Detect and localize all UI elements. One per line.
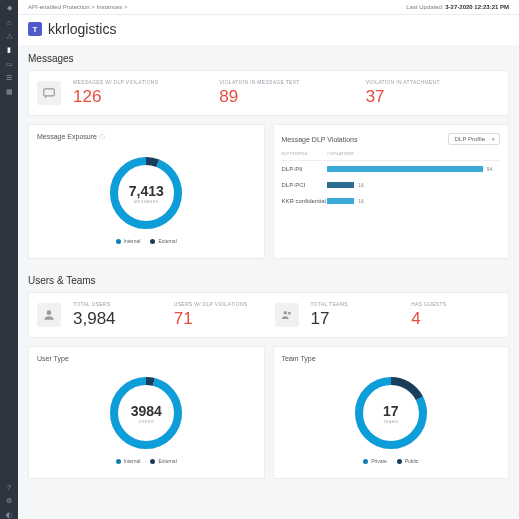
breadcrumb[interactable]: API-enabled Protection > Instances > xyxy=(28,4,127,10)
dlp-profile-dropdown[interactable]: DLP Profile xyxy=(448,133,500,145)
users-teams-title: Users & Teams xyxy=(28,275,509,286)
stat-violation-attachment: VIOLATION IN ATTACHMENT 37 xyxy=(366,79,500,107)
users-stats-row: TOTAL USERS 3,984 USERS W/ DLP VIOLATION… xyxy=(28,292,509,338)
violations-table: DLP PROFILE # VIOLATIONS DLP-PII 94 DLP-… xyxy=(282,151,501,209)
stat-total-users: TOTAL USERS 3,984 xyxy=(73,301,162,329)
stat-total-teams: TOTAL TEAMS 17 xyxy=(311,301,400,329)
nav-protection-icon[interactable]: ▮ xyxy=(5,46,13,54)
user-type-legend: Internal External xyxy=(116,458,177,464)
card-title: User Type xyxy=(37,355,69,362)
team-type-donut: 17 TEAMS xyxy=(352,374,430,452)
table-row: DLP-PCI 16 xyxy=(282,177,501,193)
users-teams-section: Users & Teams TOTAL USERS 3,984 USERS W/… xyxy=(18,267,519,487)
team-type-card: Team Type 17 TEAMS xyxy=(273,346,510,479)
nav-report-icon[interactable]: ☰ xyxy=(5,74,13,82)
svg-point-4 xyxy=(47,310,52,315)
card-title: Team Type xyxy=(282,355,316,362)
nav-alert-icon[interactable]: △ xyxy=(5,32,13,40)
teams-logo-icon xyxy=(28,22,42,36)
messages-title: Messages xyxy=(28,53,509,64)
exposure-legend: Internal External xyxy=(116,238,177,244)
table-row: DLP-PII 94 xyxy=(282,161,501,177)
left-sidebar: ◆ ⌂ △ ▮ ▭ ☰ ▦ ? ⚙ ◐ xyxy=(0,0,18,519)
nav-settings-icon[interactable]: ⚙ xyxy=(5,497,13,505)
nav-logo-icon[interactable]: ◆ xyxy=(5,4,13,12)
message-icon xyxy=(37,81,61,105)
stat-dlp-violations: MESSAGES W/ DLP VIOLATIONS 126 xyxy=(73,79,207,107)
user-icon xyxy=(37,303,61,327)
user-type-donut: 3984 USERS xyxy=(107,374,185,452)
teams-icon xyxy=(275,303,299,327)
svg-point-6 xyxy=(287,312,290,315)
stat-users-violations: USERS W/ DLP VIOLATIONS 71 xyxy=(174,301,263,329)
svg-rect-0 xyxy=(44,89,55,96)
table-row: KKR confidential 16 xyxy=(282,193,501,209)
message-exposure-donut: 7,413 MESSAGES xyxy=(107,154,185,232)
stat-violation-text: VIOLATION IN MESSAGE TEXT 89 xyxy=(219,79,353,107)
nav-help-icon[interactable]: ? xyxy=(5,483,13,491)
main-content: API-enabled Protection > Instances > Las… xyxy=(18,0,519,519)
user-type-card: User Type 3984 USERS xyxy=(28,346,265,479)
messages-stats-row: MESSAGES W/ DLP VIOLATIONS 126 VIOLATION… xyxy=(28,70,509,116)
stat-has-guests: HAS GUESTS 4 xyxy=(411,301,500,329)
message-violations-card: Message DLP Violations DLP Profile DLP P… xyxy=(273,124,510,259)
nav-folder-icon[interactable]: ▭ xyxy=(5,60,13,68)
message-exposure-card: Message Exposureⓘ 7,413 xyxy=(28,124,265,259)
info-icon[interactable]: ⓘ xyxy=(99,134,105,140)
page-title: kkrlogistics xyxy=(48,21,116,37)
title-row: kkrlogistics xyxy=(18,15,519,45)
svg-point-5 xyxy=(283,311,287,315)
card-title: Message Exposureⓘ xyxy=(37,133,105,142)
nav-user-icon[interactable]: ◐ xyxy=(5,511,13,519)
last-updated: Last Updated: 3-27-2020 12:23:21 PM xyxy=(406,4,509,10)
team-type-legend: Private Public xyxy=(363,458,418,464)
messages-section: Messages MESSAGES W/ DLP VIOLATIONS 126 … xyxy=(18,45,519,267)
nav-home-icon[interactable]: ⌂ xyxy=(5,18,13,26)
card-title: Message DLP Violations xyxy=(282,136,358,143)
top-bar: API-enabled Protection > Instances > Las… xyxy=(18,0,519,15)
nav-grid-icon[interactable]: ▦ xyxy=(5,88,13,96)
